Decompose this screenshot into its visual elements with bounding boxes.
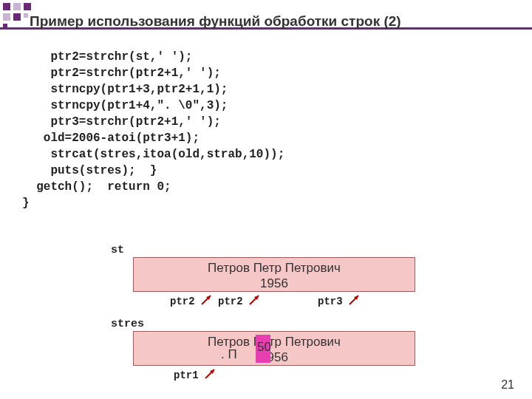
label-st: st xyxy=(111,244,124,256)
st-text-line1: Петров Петр Петрович xyxy=(134,260,415,276)
stres-text-line2: 1956 xyxy=(134,349,415,365)
overlay-dot: . П xyxy=(221,347,237,362)
box-stres: Петров Петр Петрович 1956 . П 50 xyxy=(133,331,415,366)
label-ptr2a: ptr2 xyxy=(170,296,195,307)
label-ptr3: ptr3 xyxy=(318,296,343,307)
arrow-ptr2b xyxy=(246,293,262,307)
label-stres: stres xyxy=(111,318,144,330)
box-st: Петров Петр Петрович 1956 xyxy=(133,257,415,292)
arrow-ptr3 xyxy=(346,293,362,307)
label-ptr2b: ptr2 xyxy=(218,296,243,307)
slide-title: Пример использования функций обработки с… xyxy=(30,13,401,30)
arrow-ptr1 xyxy=(202,366,218,381)
code-block: ptr2=strchr(st,' '); ptr2=strchr(ptr2+1,… xyxy=(22,49,284,211)
stres-text-line1: Петров Петр Петрович xyxy=(134,334,415,349)
st-text-line2: 1956 xyxy=(134,276,415,291)
arrow-ptr2a xyxy=(198,293,214,307)
label-ptr1: ptr1 xyxy=(174,369,199,381)
overlay-num: 50 xyxy=(257,341,271,353)
page-number: 21 xyxy=(501,378,514,392)
